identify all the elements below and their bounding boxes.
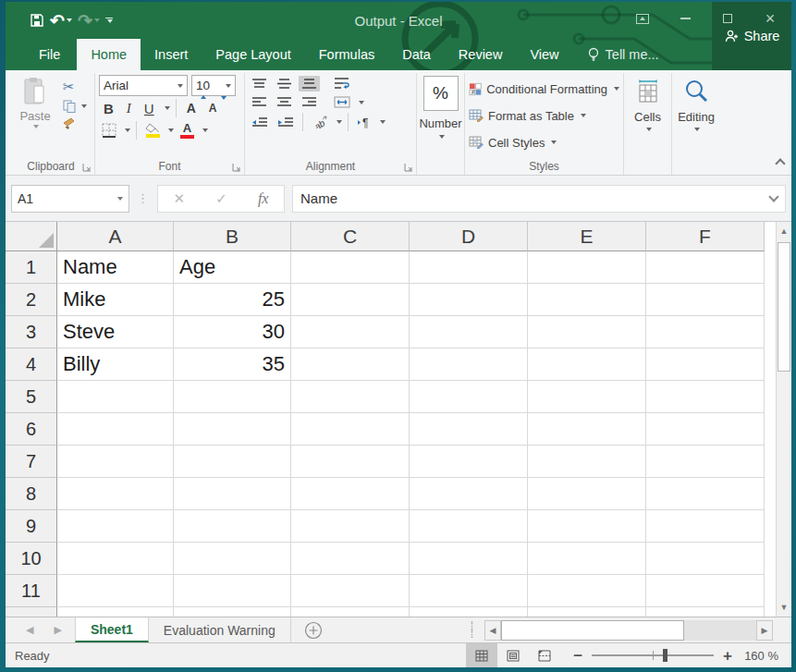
ribbon-tab-view[interactable]: View	[516, 39, 572, 70]
zoom-level[interactable]: 160 %	[741, 649, 782, 663]
font-color-dropdown[interactable]	[202, 128, 208, 132]
horizontal-scroll-track[interactable]	[684, 620, 756, 641]
new-sheet-button[interactable]	[304, 617, 323, 642]
cell-B4[interactable]: 35	[174, 348, 291, 381]
cell-B9[interactable]	[174, 510, 291, 543]
column-header-C[interactable]: C	[291, 222, 410, 251]
cell-A9[interactable]	[57, 510, 174, 543]
fill-color-button[interactable]	[142, 121, 163, 140]
cell-A7[interactable]	[57, 446, 174, 478]
redo-button[interactable]: ↷	[78, 12, 100, 30]
ribbon-group-editing[interactable]: Editing	[672, 73, 720, 175]
row-header-7[interactable]: 7	[6, 446, 57, 478]
number-format-dropdown[interactable]	[439, 135, 445, 139]
format-as-table-button[interactable]: Format as Table	[469, 104, 619, 128]
ribbon-group-cells[interactable]: Cells	[624, 73, 672, 175]
cell-F1[interactable]	[646, 251, 765, 284]
font-size-select[interactable]: 10	[191, 75, 236, 96]
format-painter-button[interactable]	[63, 117, 87, 130]
cell-F4[interactable]	[646, 348, 765, 381]
zoom-in-button[interactable]: +	[723, 648, 732, 664]
shrink-font-button[interactable]: A	[204, 101, 222, 116]
cell-C10[interactable]	[291, 543, 410, 575]
decrease-indent-button[interactable]	[249, 115, 271, 130]
cell-A8[interactable]	[57, 478, 174, 510]
cell-C7[interactable]	[291, 446, 410, 478]
cell-C6[interactable]	[291, 413, 410, 446]
font-color-button[interactable]: A	[178, 120, 197, 141]
column-header-E[interactable]: E	[528, 222, 646, 251]
cell-E3[interactable]	[528, 316, 646, 348]
row-header-10[interactable]: 10	[6, 543, 57, 575]
cell-F10[interactable]	[646, 543, 765, 575]
row-header-8[interactable]: 8	[6, 478, 57, 510]
ribbon-tab-data[interactable]: Data	[388, 39, 445, 70]
column-header-D[interactable]: D	[410, 222, 528, 251]
cell-C9[interactable]	[291, 510, 410, 543]
cell-E2[interactable]	[528, 284, 646, 316]
bottom-align-button[interactable]	[299, 76, 320, 92]
cell-F8[interactable]	[646, 478, 765, 510]
horizontal-scroll-thumb[interactable]	[501, 620, 684, 641]
cell-E8[interactable]	[528, 478, 646, 510]
orientation-dropdown[interactable]	[337, 120, 342, 124]
row-header-11[interactable]: 11	[6, 575, 57, 607]
cell-D1[interactable]	[410, 251, 528, 284]
font-name-select[interactable]: Arial	[99, 75, 188, 96]
cell-F5[interactable]	[646, 381, 765, 413]
cell-A5[interactable]	[57, 381, 174, 413]
undo-button[interactable]: ↶	[50, 12, 72, 30]
borders-button[interactable]	[99, 121, 119, 140]
cell-B1[interactable]: Age	[174, 251, 291, 284]
merge-center-button[interactable]	[331, 94, 353, 110]
cell-D2[interactable]	[410, 284, 528, 316]
scroll-left-icon[interactable]: ◀	[484, 620, 501, 641]
font-dialog-launcher[interactable]	[232, 163, 241, 172]
fill-color-dropdown[interactable]	[168, 128, 174, 132]
underline-button[interactable]: U	[140, 100, 159, 117]
zoom-slider[interactable]	[592, 654, 714, 656]
row-header-12[interactable]: 12	[6, 607, 57, 617]
text-direction-dropdown[interactable]	[380, 120, 386, 124]
cell-B11[interactable]	[174, 575, 291, 607]
cell-E1[interactable]	[528, 251, 646, 284]
cell-styles-button[interactable]: Cell Styles	[469, 130, 619, 154]
ribbon-tab-insert[interactable]: Insert	[141, 39, 202, 70]
ribbon-tab-tell-me[interactable]: Tell me...	[573, 39, 673, 70]
insert-function-icon[interactable]: fx	[258, 190, 269, 207]
ribbon-group-number[interactable]: % Number	[417, 73, 465, 175]
cell-F12[interactable]	[646, 607, 765, 617]
borders-dropdown[interactable]	[125, 128, 130, 132]
copy-button[interactable]	[63, 100, 87, 113]
cell-B3[interactable]: 30	[174, 316, 291, 348]
cell-D9[interactable]	[410, 510, 528, 543]
cell-A2[interactable]: Mike	[57, 284, 174, 316]
cell-A1[interactable]: Name	[57, 251, 174, 284]
formula-input[interactable]: Name	[292, 185, 786, 213]
cell-C3[interactable]	[291, 316, 410, 348]
row-header-9[interactable]: 9	[6, 510, 57, 543]
cell-A3[interactable]: Steve	[57, 316, 174, 348]
cell-C1[interactable]	[291, 251, 410, 284]
cell-B12[interactable]	[174, 607, 291, 617]
cell-B6[interactable]	[174, 413, 291, 446]
scroll-right-icon[interactable]: ▶	[756, 620, 773, 641]
next-sheet-icon[interactable]: ▶	[54, 624, 61, 636]
ribbon-tab-page-layout[interactable]: Page Layout	[202, 39, 304, 70]
expand-formula-bar-icon[interactable]	[768, 191, 778, 202]
cell-E10[interactable]	[528, 543, 646, 575]
row-header-3[interactable]: 3	[6, 316, 57, 348]
cell-F6[interactable]	[646, 413, 765, 446]
collapse-ribbon-button[interactable]	[775, 158, 785, 168]
ribbon-tab-review[interactable]: Review	[445, 39, 517, 70]
text-direction-button[interactable]: ¶	[354, 115, 374, 130]
ribbon-tab-formulas[interactable]: Formulas	[305, 39, 388, 70]
minimize-button[interactable]	[664, 2, 706, 35]
cell-D7[interactable]	[410, 446, 528, 478]
select-all-button[interactable]	[6, 222, 57, 251]
close-button[interactable]: ×	[749, 2, 791, 35]
middle-align-button[interactable]	[274, 76, 295, 92]
save-icon[interactable]	[30, 13, 44, 28]
cell-D5[interactable]	[410, 381, 528, 413]
cell-D4[interactable]	[410, 348, 528, 381]
